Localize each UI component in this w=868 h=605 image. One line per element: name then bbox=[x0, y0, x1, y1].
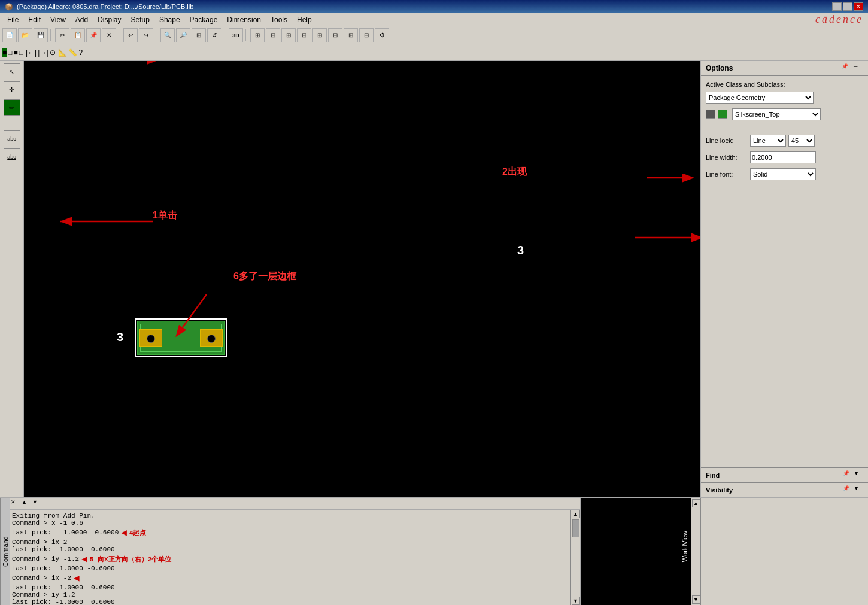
menu-view[interactable]: View bbox=[45, 14, 71, 25]
pad-right bbox=[200, 329, 223, 347]
annotation-2-text: 2出现 bbox=[502, 166, 527, 178]
tb2-b1[interactable]: ■ bbox=[2, 48, 7, 57]
options-pin[interactable]: 📌 bbox=[842, 63, 851, 73]
annotation-4: 4起点 bbox=[129, 528, 147, 537]
sidebar-btn-text[interactable]: abc bbox=[4, 130, 20, 147]
line-width-row: Line width: bbox=[706, 151, 863, 163]
close-button[interactable]: ✕ bbox=[854, 2, 863, 11]
annotation-arrow-3: ◀ bbox=[74, 572, 80, 584]
tb-zoomfit[interactable]: ⊞ bbox=[192, 28, 206, 42]
annotation-3: 3 bbox=[117, 330, 123, 344]
tb2-b5[interactable]: |←| bbox=[26, 48, 37, 57]
vis-pin[interactable]: 📌 bbox=[843, 485, 852, 495]
line-lock-row: Line lock: Line 45 bbox=[706, 135, 863, 147]
subclass-select[interactable]: Silkscreen_Top bbox=[732, 108, 821, 120]
tb-redo[interactable]: ↪ bbox=[139, 28, 153, 42]
sep4 bbox=[224, 29, 226, 41]
pad-left bbox=[139, 329, 162, 347]
cmd-btn-x[interactable]: ✕ bbox=[11, 499, 20, 509]
toolbar1: 📄 📂 💾 ✂ 📋 📌 ✕ ↩ ↪ 🔍 🔎 ⊞ ↺ 3D ⊞ ⊟ ⊞ ⊟ ⊞ ⊟… bbox=[0, 26, 868, 44]
tb-snap[interactable]: ⊟ bbox=[266, 28, 280, 42]
cmd-line-11: last pick: -1.0000 0.6000 bbox=[12, 598, 568, 605]
menu-add[interactable]: Add bbox=[71, 14, 93, 25]
subclass-row: Silkscreen_Top bbox=[706, 108, 863, 120]
cmd-btn-down[interactable]: ▼ bbox=[32, 499, 42, 509]
vis-expand[interactable]: ▼ bbox=[854, 485, 863, 495]
tb-delete[interactable]: ✕ bbox=[102, 28, 116, 42]
tb-b6[interactable]: ⊟ bbox=[359, 28, 374, 42]
tb-open[interactable]: 📂 bbox=[18, 28, 32, 42]
tb-zoomin[interactable]: 🔍 bbox=[160, 28, 175, 42]
find-expand[interactable]: ▼ bbox=[854, 470, 863, 480]
class-select[interactable]: Package Geometry bbox=[706, 92, 814, 104]
cmd-line-7: last pick: 1.0000 -0.6000 bbox=[12, 565, 568, 572]
tb-b2[interactable]: ⊟ bbox=[297, 28, 311, 42]
menu-dimension[interactable]: Dimension bbox=[222, 14, 266, 25]
tb-refresh[interactable]: ↺ bbox=[207, 28, 221, 42]
line-width-label: Line width: bbox=[706, 154, 748, 161]
tb-zoomout[interactable]: 🔎 bbox=[176, 28, 190, 42]
menu-setup[interactable]: Setup bbox=[126, 14, 154, 25]
tb-b4[interactable]: ⊟ bbox=[328, 28, 342, 42]
line-lock-select[interactable]: Line bbox=[750, 135, 786, 147]
tb-b3[interactable]: ⊞ bbox=[312, 28, 327, 42]
menu-file[interactable]: File bbox=[2, 14, 23, 25]
sep3 bbox=[156, 29, 158, 41]
sidebar-btn-move[interactable]: ✛ bbox=[4, 81, 20, 98]
find-label: Find bbox=[706, 472, 720, 479]
command-toolbar: ✕ ▲ ▼ bbox=[10, 498, 580, 510]
command-scrollbar[interactable]: ▲ ▼ bbox=[570, 510, 580, 605]
command-text[interactable]: Exiting from Add Pin. Command > x -1 0.6… bbox=[10, 510, 570, 605]
tb2-b2[interactable]: □ bbox=[8, 48, 12, 57]
sidebar-btn-text2[interactable]: abc bbox=[4, 148, 20, 165]
menu-help[interactable]: Help bbox=[292, 14, 317, 25]
cmd-line-5: last pick: 1.0000 0.6000 bbox=[12, 546, 568, 553]
find-pin[interactable]: 📌 bbox=[843, 470, 852, 480]
tb-3d[interactable]: 3D bbox=[229, 28, 243, 42]
line-font-select[interactable]: Solid bbox=[750, 168, 816, 180]
tb-grid[interactable]: ⊞ bbox=[250, 28, 265, 42]
tb2-b8[interactable]: 📐 bbox=[58, 48, 67, 57]
menu-edit[interactable]: Edit bbox=[23, 14, 45, 25]
tb2-b6[interactable]: |→| bbox=[38, 48, 48, 57]
scroll-down-btn[interactable]: ▼ bbox=[572, 597, 580, 605]
tb-b5[interactable]: ⊞ bbox=[344, 28, 358, 42]
tb-b1[interactable]: ⊞ bbox=[281, 28, 296, 42]
tb2-b9[interactable]: 📏 bbox=[68, 48, 77, 57]
visibility-label: Visibility bbox=[706, 487, 733, 494]
tb-new[interactable]: 📄 bbox=[2, 28, 17, 42]
app-icon: 📦 bbox=[5, 3, 13, 11]
tb-save[interactable]: 💾 bbox=[34, 28, 48, 42]
annotation-1: 1单击 bbox=[153, 209, 177, 222]
line-font-row: Line font: Solid bbox=[706, 168, 863, 180]
worldview-scroll-up[interactable]: ▲ bbox=[692, 499, 700, 507]
tb-paste[interactable]: 📌 bbox=[86, 28, 101, 42]
tb2-b4[interactable]: □ bbox=[19, 48, 23, 57]
worldview-scroll-down[interactable]: ▼ bbox=[692, 595, 700, 604]
annotation-3-right: 3 bbox=[517, 244, 524, 257]
tb-settings[interactable]: ⚙ bbox=[375, 28, 389, 42]
menu-shape[interactable]: Shape bbox=[154, 14, 185, 25]
sidebar-btn-select[interactable]: ↖ bbox=[4, 63, 20, 80]
line-lock-angle[interactable]: 45 bbox=[788, 135, 815, 147]
tb2-b7[interactable]: ⊙ bbox=[50, 48, 56, 57]
menu-tools[interactable]: Tools bbox=[266, 14, 292, 25]
maximize-button[interactable]: □ bbox=[843, 2, 852, 11]
cadence-logo: cādence bbox=[815, 13, 863, 26]
tb-cut[interactable]: ✂ bbox=[55, 28, 69, 42]
menu-package[interactable]: Package bbox=[185, 14, 223, 25]
tb-copy[interactable]: 📋 bbox=[71, 28, 85, 42]
worldview-panel: WorldView ▲ ▼ bbox=[581, 498, 700, 605]
tb-undo[interactable]: ↩ bbox=[123, 28, 138, 42]
cmd-btn-up[interactable]: ▲ bbox=[22, 499, 31, 509]
minimize-button[interactable]: ─ bbox=[832, 2, 842, 11]
line-width-input[interactable] bbox=[750, 151, 816, 163]
scroll-thumb[interactable] bbox=[572, 519, 579, 537]
canvas-area[interactable]: 1单击 3 6多了一层边框 2出现 3 bbox=[24, 61, 700, 497]
options-minimize[interactable]: ─ bbox=[854, 63, 863, 73]
tb2-b10[interactable]: ? bbox=[78, 48, 83, 57]
menu-display[interactable]: Display bbox=[93, 14, 126, 25]
tb2-b3[interactable]: ■ bbox=[14, 48, 18, 57]
scroll-up-btn[interactable]: ▲ bbox=[572, 510, 580, 518]
sidebar-btn-draw[interactable]: ✏ bbox=[4, 99, 20, 116]
